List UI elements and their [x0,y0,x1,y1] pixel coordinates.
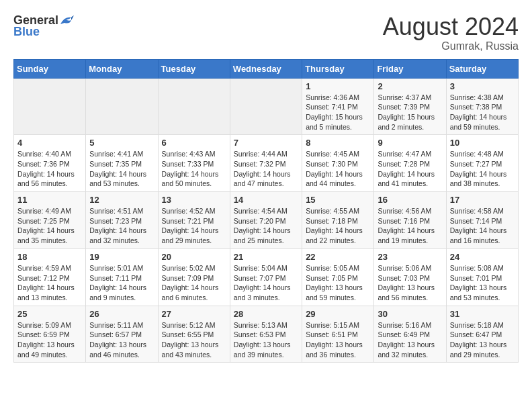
calendar-cell: 29Sunrise: 5:15 AMSunset: 6:51 PMDayligh… [302,306,374,363]
calendar-cell [14,78,86,135]
day-number: 24 [450,252,515,262]
day-info: Sunrise: 4:40 AMSunset: 7:36 PMDaylight:… [17,149,82,189]
page-title: August 2024 [383,13,519,40]
day-info: Sunrise: 5:11 AMSunset: 6:57 PMDaylight:… [89,320,154,360]
calendar-cell [158,78,230,135]
day-number: 29 [306,309,370,319]
title-block: August 2024 Gumrak, Russia [383,13,519,52]
calendar-cell: 17Sunrise: 4:58 AMSunset: 7:14 PMDayligh… [446,192,518,249]
day-number: 27 [162,309,226,319]
day-info: Sunrise: 5:12 AMSunset: 6:55 PMDaylight:… [162,320,226,360]
calendar-cell: 10Sunrise: 4:48 AMSunset: 7:27 PMDayligh… [446,135,518,192]
calendar-week-row: 18Sunrise: 4:59 AMSunset: 7:12 PMDayligh… [14,248,519,306]
calendar-cell: 27Sunrise: 5:12 AMSunset: 6:55 PMDayligh… [158,306,230,363]
day-info: Sunrise: 5:04 AMSunset: 7:07 PMDaylight:… [234,263,298,303]
calendar-week-row: 11Sunrise: 4:49 AMSunset: 7:25 PMDayligh… [14,192,519,249]
day-info: Sunrise: 5:09 AMSunset: 6:59 PMDaylight:… [17,320,82,360]
calendar-cell: 8Sunrise: 4:45 AMSunset: 7:30 PMDaylight… [302,135,374,192]
day-number: 30 [378,309,442,319]
page-subtitle: Gumrak, Russia [383,40,519,52]
day-number: 12 [89,195,154,205]
calendar-cell: 2Sunrise: 4:37 AMSunset: 7:39 PMDaylight… [374,78,446,135]
day-info: Sunrise: 4:56 AMSunset: 7:16 PMDaylight:… [378,206,442,246]
day-number: 9 [378,138,442,148]
day-number: 6 [162,138,226,148]
day-number: 8 [306,138,370,148]
logo: General Blue [13,13,75,39]
day-number: 17 [450,195,515,205]
calendar-day-header: Friday [374,59,446,78]
day-info: Sunrise: 4:36 AMSunset: 7:41 PMDaylight:… [306,93,370,132]
day-number: 21 [234,252,298,262]
calendar-cell: 13Sunrise: 4:52 AMSunset: 7:21 PMDayligh… [158,192,230,249]
calendar-day-header: Wednesday [230,59,302,78]
day-number: 18 [17,252,82,262]
calendar-cell: 18Sunrise: 4:59 AMSunset: 7:12 PMDayligh… [14,248,86,306]
day-info: Sunrise: 4:54 AMSunset: 7:20 PMDaylight:… [234,206,298,246]
calendar-cell: 31Sunrise: 5:18 AMSunset: 6:47 PMDayligh… [446,306,518,363]
day-info: Sunrise: 5:01 AMSunset: 7:11 PMDaylight:… [89,263,154,303]
calendar-cell: 5Sunrise: 4:41 AMSunset: 7:35 PMDaylight… [86,135,158,192]
day-number: 26 [89,309,154,319]
calendar-week-row: 25Sunrise: 5:09 AMSunset: 6:59 PMDayligh… [14,306,519,363]
calendar-day-header: Saturday [446,59,518,78]
logo-bird-icon [59,15,74,27]
calendar-cell: 26Sunrise: 5:11 AMSunset: 6:57 PMDayligh… [86,306,158,363]
day-info: Sunrise: 5:15 AMSunset: 6:51 PMDaylight:… [306,320,370,360]
calendar-cell: 16Sunrise: 4:56 AMSunset: 7:16 PMDayligh… [374,192,446,249]
day-number: 4 [17,138,82,148]
day-number: 16 [378,195,442,205]
calendar-cell: 14Sunrise: 4:54 AMSunset: 7:20 PMDayligh… [230,192,302,249]
day-info: Sunrise: 4:38 AMSunset: 7:38 PMDaylight:… [450,93,515,132]
calendar-cell: 7Sunrise: 4:44 AMSunset: 7:32 PMDaylight… [230,135,302,192]
day-info: Sunrise: 5:02 AMSunset: 7:09 PMDaylight:… [162,263,226,303]
day-number: 14 [234,195,298,205]
day-number: 20 [162,252,226,262]
calendar-cell: 25Sunrise: 5:09 AMSunset: 6:59 PMDayligh… [14,306,86,363]
day-info: Sunrise: 5:06 AMSunset: 7:03 PMDaylight:… [378,263,442,303]
calendar-cell: 24Sunrise: 5:08 AMSunset: 7:01 PMDayligh… [446,248,518,306]
day-info: Sunrise: 4:58 AMSunset: 7:14 PMDaylight:… [450,206,515,246]
day-info: Sunrise: 4:37 AMSunset: 7:39 PMDaylight:… [378,93,442,132]
calendar-cell: 3Sunrise: 4:38 AMSunset: 7:38 PMDaylight… [446,78,518,135]
day-number: 22 [306,252,370,262]
calendar-cell: 12Sunrise: 4:51 AMSunset: 7:23 PMDayligh… [86,192,158,249]
day-info: Sunrise: 5:16 AMSunset: 6:49 PMDaylight:… [378,320,442,360]
day-info: Sunrise: 4:44 AMSunset: 7:32 PMDaylight:… [234,149,298,189]
calendar-cell: 19Sunrise: 5:01 AMSunset: 7:11 PMDayligh… [86,248,158,306]
logo-blue-text: Blue [13,25,40,39]
calendar-cell: 28Sunrise: 5:13 AMSunset: 6:53 PMDayligh… [230,306,302,363]
day-info: Sunrise: 5:18 AMSunset: 6:47 PMDaylight:… [450,320,515,360]
day-info: Sunrise: 4:43 AMSunset: 7:33 PMDaylight:… [162,149,226,189]
calendar-cell: 30Sunrise: 5:16 AMSunset: 6:49 PMDayligh… [374,306,446,363]
day-number: 7 [234,138,298,148]
day-info: Sunrise: 4:47 AMSunset: 7:28 PMDaylight:… [378,149,442,189]
calendar-cell: 15Sunrise: 4:55 AMSunset: 7:18 PMDayligh… [302,192,374,249]
calendar-cell: 4Sunrise: 4:40 AMSunset: 7:36 PMDaylight… [14,135,86,192]
day-info: Sunrise: 4:59 AMSunset: 7:12 PMDaylight:… [17,263,82,303]
day-number: 19 [89,252,154,262]
calendar-day-header: Tuesday [158,59,230,78]
calendar-day-header: Thursday [302,59,374,78]
day-number: 10 [450,138,515,148]
calendar-cell: 21Sunrise: 5:04 AMSunset: 7:07 PMDayligh… [230,248,302,306]
calendar-cell: 23Sunrise: 5:06 AMSunset: 7:03 PMDayligh… [374,248,446,306]
calendar-day-header: Sunday [14,59,86,78]
day-info: Sunrise: 4:45 AMSunset: 7:30 PMDaylight:… [306,149,370,189]
calendar-day-header: Monday [86,59,158,78]
page-header: General Blue August 2024 Gumrak, Russia [13,13,519,52]
day-info: Sunrise: 5:05 AMSunset: 7:05 PMDaylight:… [306,263,370,303]
calendar-week-row: 4Sunrise: 4:40 AMSunset: 7:36 PMDaylight… [14,135,519,192]
day-number: 5 [89,138,154,148]
calendar-cell: 9Sunrise: 4:47 AMSunset: 7:28 PMDaylight… [374,135,446,192]
day-number: 1 [306,81,370,91]
day-info: Sunrise: 4:49 AMSunset: 7:25 PMDaylight:… [17,206,82,246]
calendar-week-row: 1Sunrise: 4:36 AMSunset: 7:41 PMDaylight… [14,78,519,135]
calendar-header-row: SundayMondayTuesdayWednesdayThursdayFrid… [14,59,519,78]
calendar-cell: 6Sunrise: 4:43 AMSunset: 7:33 PMDaylight… [158,135,230,192]
calendar-table: SundayMondayTuesdayWednesdayThursdayFrid… [13,59,519,363]
day-number: 2 [378,81,442,91]
day-info: Sunrise: 4:55 AMSunset: 7:18 PMDaylight:… [306,206,370,246]
day-number: 28 [234,309,298,319]
day-number: 31 [450,309,515,319]
